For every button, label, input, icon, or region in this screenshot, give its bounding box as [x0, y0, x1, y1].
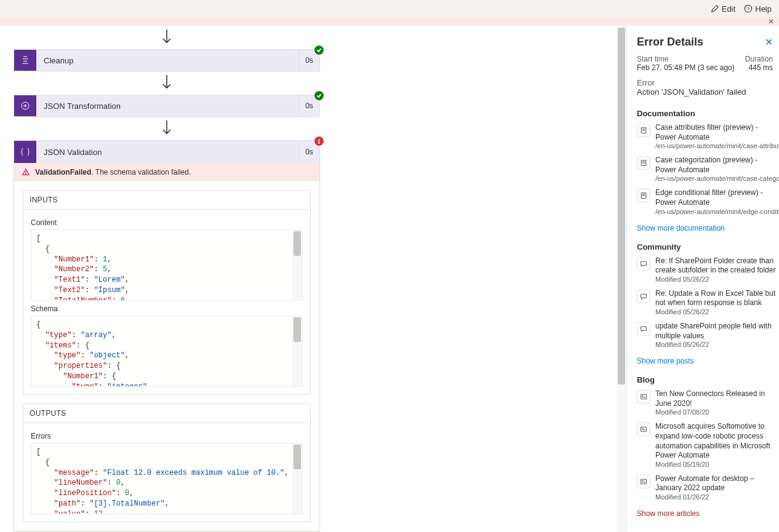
blog-link[interactable]: Power Automate for desktop – January 202… [637, 474, 779, 501]
svg-point-9 [26, 173, 26, 174]
warning-icon [22, 168, 30, 177]
blog-link[interactable]: Ten New Connectors Released in June 2020… [637, 389, 779, 416]
errors-label: Errors [31, 432, 303, 440]
svg-rect-19 [641, 261, 647, 265]
doc-link[interactable]: Case attributes filter (preview) - Power… [637, 123, 779, 149]
doc-link[interactable]: Edge conditional filter (preview) - Powe… [637, 188, 779, 215]
outputs-box: OUTPUTS Errors [ { "message": "Float 12.… [23, 403, 311, 522]
start-time-value: Feb 27, 05:48 PM (3 sec ago) [637, 63, 735, 72]
error-badge [314, 137, 324, 146]
svg-rect-20 [641, 294, 647, 298]
step-json-transformation[interactable]: JSON Transformation 0s [14, 95, 320, 117]
news-icon [637, 390, 650, 403]
flow-canvas[interactable]: Cleanup 0s JSON Transformation 0s [0, 26, 626, 532]
help-button[interactable]: ? Help [744, 4, 772, 14]
news-icon [637, 475, 650, 488]
inputs-header: INPUTS [23, 191, 310, 210]
show-more-articles[interactable]: Show more articles [637, 509, 779, 518]
scrollbar[interactable] [292, 316, 302, 386]
community-link[interactable]: update SharePoint people field with mult… [637, 322, 779, 348]
show-more-posts[interactable]: Show more posts [637, 357, 779, 365]
connector-arrow [14, 75, 320, 91]
community-link[interactable]: Re: Update a Row in Excel Table but not … [637, 289, 779, 316]
comment-icon [637, 257, 650, 271]
step-cleanup[interactable]: Cleanup 0s [14, 49, 320, 71]
document-icon [637, 189, 650, 202]
svg-rect-25 [641, 427, 647, 432]
step-icon [14, 141, 36, 163]
errors-code[interactable]: [ { "message": "Float 12.0 exceeds maxim… [31, 443, 303, 514]
show-more-documentation[interactable]: Show more documentation [637, 224, 779, 232]
error-value: Action 'JSON_Validation' failed [637, 87, 779, 97]
duration-value: 445 ms [749, 63, 773, 72]
documentation-header: Documentation [637, 109, 779, 118]
canvas-scrollbar[interactable] [617, 26, 626, 532]
top-toolbar: Edit ? Help [0, 0, 779, 17]
start-time-label: Start time [637, 55, 668, 63]
close-icon[interactable]: ✕ [768, 17, 774, 26]
scrollbar[interactable] [292, 443, 302, 514]
step-icon [14, 50, 36, 71]
svg-rect-28 [641, 479, 647, 484]
schema-code[interactable]: { "type": "array", "items": { "type": "o… [31, 316, 303, 387]
duration-label: Duration [745, 55, 773, 63]
edit-button[interactable]: Edit [711, 4, 735, 14]
news-icon [637, 423, 650, 436]
scrollbar[interactable] [292, 230, 302, 300]
inputs-box: INPUTS Content [ { "Number1": 1, "Number… [23, 190, 311, 395]
close-panel-icon[interactable]: ✕ [765, 36, 773, 48]
comment-icon [637, 290, 650, 303]
error-label: Error [637, 78, 779, 87]
step-title: JSON Transformation [36, 95, 298, 116]
outputs-header: OUTPUTS [23, 404, 310, 423]
blog-link[interactable]: Microsoft acquires Softomotive to expand… [637, 422, 779, 467]
schema-label: Schema [31, 304, 303, 313]
community-link[interactable]: Re: If SharePoint Folder create than cre… [637, 256, 779, 283]
pencil-icon [711, 4, 719, 13]
svg-text:?: ? [747, 6, 750, 12]
community-header: Community [637, 242, 779, 252]
notification-bar: ✕ [0, 17, 779, 26]
error-details-panel: Error Details ✕ Start time Duration Feb … [626, 26, 779, 532]
panel-title: Error Details ✕ [637, 36, 779, 49]
success-badge [314, 91, 324, 100]
content-code[interactable]: [ { "Number1": 1, "Number2": 5, "Text1":… [31, 229, 303, 301]
svg-rect-21 [641, 327, 647, 330]
content-label: Content [31, 218, 303, 227]
success-badge [314, 46, 324, 55]
document-icon [637, 156, 650, 170]
help-icon: ? [744, 4, 753, 13]
step-title: JSON Validation [36, 141, 298, 163]
connector-arrow [14, 121, 320, 137]
step-json-validation[interactable]: JSON Validation 0s ValidationFailed. The… [14, 140, 320, 531]
svg-point-7 [319, 143, 319, 143]
comment-icon [637, 322, 650, 336]
document-icon [637, 124, 650, 137]
svg-rect-22 [641, 394, 647, 399]
validation-error-banner: ValidationFailed. The schema validation … [14, 163, 319, 181]
connector-arrow [14, 30, 320, 46]
blog-header: Blog [637, 375, 779, 384]
step-title: Cleanup [36, 50, 298, 71]
doc-link[interactable]: Case categorization (preview) - Power Au… [637, 156, 779, 182]
step-icon [14, 95, 36, 116]
